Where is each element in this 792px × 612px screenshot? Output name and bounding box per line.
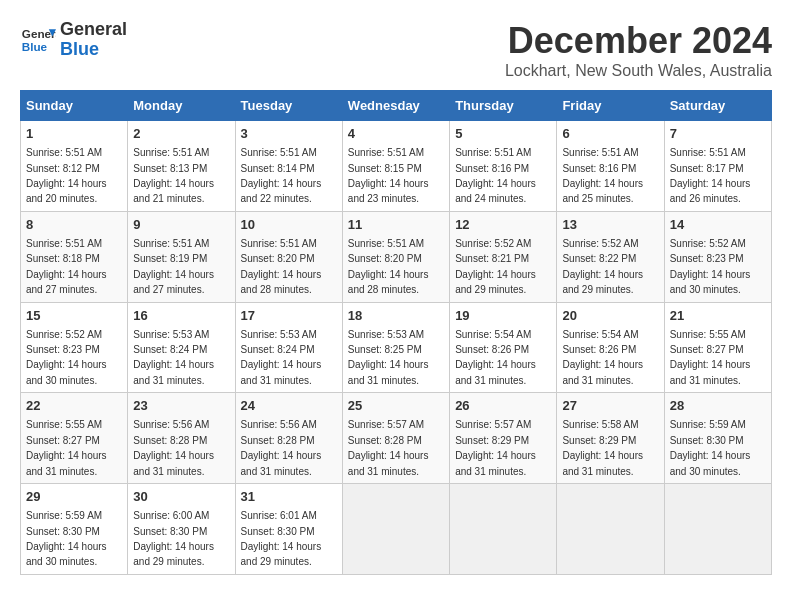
day-number: 4: [348, 125, 444, 143]
day-number: 27: [562, 397, 658, 415]
calendar-cell: 6 Sunrise: 5:51 AMSunset: 8:16 PMDayligh…: [557, 121, 664, 212]
day-info: Sunrise: 5:57 AMSunset: 8:28 PMDaylight:…: [348, 419, 429, 476]
calendar-cell: 21 Sunrise: 5:55 AMSunset: 8:27 PMDaylig…: [664, 302, 771, 393]
day-info: Sunrise: 5:59 AMSunset: 8:30 PMDaylight:…: [26, 510, 107, 567]
calendar-cell: 11 Sunrise: 5:51 AMSunset: 8:20 PMDaylig…: [342, 211, 449, 302]
day-info: Sunrise: 5:53 AMSunset: 8:25 PMDaylight:…: [348, 329, 429, 386]
calendar-cell: 15 Sunrise: 5:52 AMSunset: 8:23 PMDaylig…: [21, 302, 128, 393]
weekday-header-monday: Monday: [128, 91, 235, 121]
weekday-header-wednesday: Wednesday: [342, 91, 449, 121]
calendar-cell: 4 Sunrise: 5:51 AMSunset: 8:15 PMDayligh…: [342, 121, 449, 212]
calendar-cell: [664, 484, 771, 575]
calendar-week-row: 15 Sunrise: 5:52 AMSunset: 8:23 PMDaylig…: [21, 302, 772, 393]
day-number: 21: [670, 307, 766, 325]
day-info: Sunrise: 5:51 AMSunset: 8:13 PMDaylight:…: [133, 147, 214, 204]
day-info: Sunrise: 5:51 AMSunset: 8:19 PMDaylight:…: [133, 238, 214, 295]
weekday-header-sunday: Sunday: [21, 91, 128, 121]
day-number: 26: [455, 397, 551, 415]
calendar-cell: 28 Sunrise: 5:59 AMSunset: 8:30 PMDaylig…: [664, 393, 771, 484]
day-number: 28: [670, 397, 766, 415]
day-number: 3: [241, 125, 337, 143]
calendar-cell: 27 Sunrise: 5:58 AMSunset: 8:29 PMDaylig…: [557, 393, 664, 484]
calendar-cell: 7 Sunrise: 5:51 AMSunset: 8:17 PMDayligh…: [664, 121, 771, 212]
calendar-cell: 20 Sunrise: 5:54 AMSunset: 8:26 PMDaylig…: [557, 302, 664, 393]
weekday-header-saturday: Saturday: [664, 91, 771, 121]
day-number: 30: [133, 488, 229, 506]
day-number: 13: [562, 216, 658, 234]
day-info: Sunrise: 5:57 AMSunset: 8:29 PMDaylight:…: [455, 419, 536, 476]
weekday-header-tuesday: Tuesday: [235, 91, 342, 121]
day-info: Sunrise: 5:51 AMSunset: 8:16 PMDaylight:…: [455, 147, 536, 204]
location-title: Lockhart, New South Wales, Australia: [505, 62, 772, 80]
day-number: 25: [348, 397, 444, 415]
calendar-cell: 9 Sunrise: 5:51 AMSunset: 8:19 PMDayligh…: [128, 211, 235, 302]
day-number: 14: [670, 216, 766, 234]
day-info: Sunrise: 5:51 AMSunset: 8:12 PMDaylight:…: [26, 147, 107, 204]
day-info: Sunrise: 5:54 AMSunset: 8:26 PMDaylight:…: [562, 329, 643, 386]
calendar-cell: 14 Sunrise: 5:52 AMSunset: 8:23 PMDaylig…: [664, 211, 771, 302]
weekday-header-thursday: Thursday: [450, 91, 557, 121]
calendar-table: SundayMondayTuesdayWednesdayThursdayFrid…: [20, 90, 772, 575]
calendar-cell: 13 Sunrise: 5:52 AMSunset: 8:22 PMDaylig…: [557, 211, 664, 302]
calendar-cell: 31 Sunrise: 6:01 AMSunset: 8:30 PMDaylig…: [235, 484, 342, 575]
day-number: 31: [241, 488, 337, 506]
day-number: 5: [455, 125, 551, 143]
day-number: 2: [133, 125, 229, 143]
day-number: 17: [241, 307, 337, 325]
day-number: 12: [455, 216, 551, 234]
day-info: Sunrise: 5:52 AMSunset: 8:23 PMDaylight:…: [26, 329, 107, 386]
day-info: Sunrise: 5:53 AMSunset: 8:24 PMDaylight:…: [241, 329, 322, 386]
day-number: 20: [562, 307, 658, 325]
day-info: Sunrise: 5:54 AMSunset: 8:26 PMDaylight:…: [455, 329, 536, 386]
day-info: Sunrise: 5:51 AMSunset: 8:17 PMDaylight:…: [670, 147, 751, 204]
day-number: 23: [133, 397, 229, 415]
calendar-cell: 5 Sunrise: 5:51 AMSunset: 8:16 PMDayligh…: [450, 121, 557, 212]
calendar-week-row: 1 Sunrise: 5:51 AMSunset: 8:12 PMDayligh…: [21, 121, 772, 212]
day-info: Sunrise: 5:52 AMSunset: 8:23 PMDaylight:…: [670, 238, 751, 295]
calendar-cell: 17 Sunrise: 5:53 AMSunset: 8:24 PMDaylig…: [235, 302, 342, 393]
calendar-week-row: 22 Sunrise: 5:55 AMSunset: 8:27 PMDaylig…: [21, 393, 772, 484]
logo: General Blue GeneralBlue: [20, 20, 127, 60]
day-number: 11: [348, 216, 444, 234]
svg-text:General: General: [22, 27, 56, 40]
logo-text: GeneralBlue: [60, 20, 127, 60]
calendar-cell: 26 Sunrise: 5:57 AMSunset: 8:29 PMDaylig…: [450, 393, 557, 484]
day-info: Sunrise: 6:00 AMSunset: 8:30 PMDaylight:…: [133, 510, 214, 567]
day-info: Sunrise: 5:51 AMSunset: 8:20 PMDaylight:…: [241, 238, 322, 295]
title-area: December 2024 Lockhart, New South Wales,…: [505, 20, 772, 80]
calendar-cell: 23 Sunrise: 5:56 AMSunset: 8:28 PMDaylig…: [128, 393, 235, 484]
day-info: Sunrise: 5:56 AMSunset: 8:28 PMDaylight:…: [241, 419, 322, 476]
weekday-header-row: SundayMondayTuesdayWednesdayThursdayFrid…: [21, 91, 772, 121]
day-info: Sunrise: 5:52 AMSunset: 8:21 PMDaylight:…: [455, 238, 536, 295]
day-number: 7: [670, 125, 766, 143]
calendar-cell: 2 Sunrise: 5:51 AMSunset: 8:13 PMDayligh…: [128, 121, 235, 212]
day-number: 9: [133, 216, 229, 234]
day-number: 22: [26, 397, 122, 415]
day-info: Sunrise: 6:01 AMSunset: 8:30 PMDaylight:…: [241, 510, 322, 567]
calendar-cell: 25 Sunrise: 5:57 AMSunset: 8:28 PMDaylig…: [342, 393, 449, 484]
day-info: Sunrise: 5:51 AMSunset: 8:20 PMDaylight:…: [348, 238, 429, 295]
day-info: Sunrise: 5:58 AMSunset: 8:29 PMDaylight:…: [562, 419, 643, 476]
day-info: Sunrise: 5:51 AMSunset: 8:15 PMDaylight:…: [348, 147, 429, 204]
calendar-cell: 24 Sunrise: 5:56 AMSunset: 8:28 PMDaylig…: [235, 393, 342, 484]
calendar-cell: 29 Sunrise: 5:59 AMSunset: 8:30 PMDaylig…: [21, 484, 128, 575]
calendar-cell: 19 Sunrise: 5:54 AMSunset: 8:26 PMDaylig…: [450, 302, 557, 393]
day-info: Sunrise: 5:51 AMSunset: 8:18 PMDaylight:…: [26, 238, 107, 295]
day-number: 8: [26, 216, 122, 234]
calendar-cell: 8 Sunrise: 5:51 AMSunset: 8:18 PMDayligh…: [21, 211, 128, 302]
day-number: 24: [241, 397, 337, 415]
day-number: 29: [26, 488, 122, 506]
day-number: 18: [348, 307, 444, 325]
day-number: 15: [26, 307, 122, 325]
day-number: 19: [455, 307, 551, 325]
calendar-week-row: 8 Sunrise: 5:51 AMSunset: 8:18 PMDayligh…: [21, 211, 772, 302]
day-info: Sunrise: 5:51 AMSunset: 8:16 PMDaylight:…: [562, 147, 643, 204]
calendar-cell: 3 Sunrise: 5:51 AMSunset: 8:14 PMDayligh…: [235, 121, 342, 212]
day-info: Sunrise: 5:51 AMSunset: 8:14 PMDaylight:…: [241, 147, 322, 204]
day-info: Sunrise: 5:56 AMSunset: 8:28 PMDaylight:…: [133, 419, 214, 476]
calendar-cell: [557, 484, 664, 575]
calendar-cell: 1 Sunrise: 5:51 AMSunset: 8:12 PMDayligh…: [21, 121, 128, 212]
calendar-cell: [342, 484, 449, 575]
day-number: 10: [241, 216, 337, 234]
calendar-cell: 30 Sunrise: 6:00 AMSunset: 8:30 PMDaylig…: [128, 484, 235, 575]
